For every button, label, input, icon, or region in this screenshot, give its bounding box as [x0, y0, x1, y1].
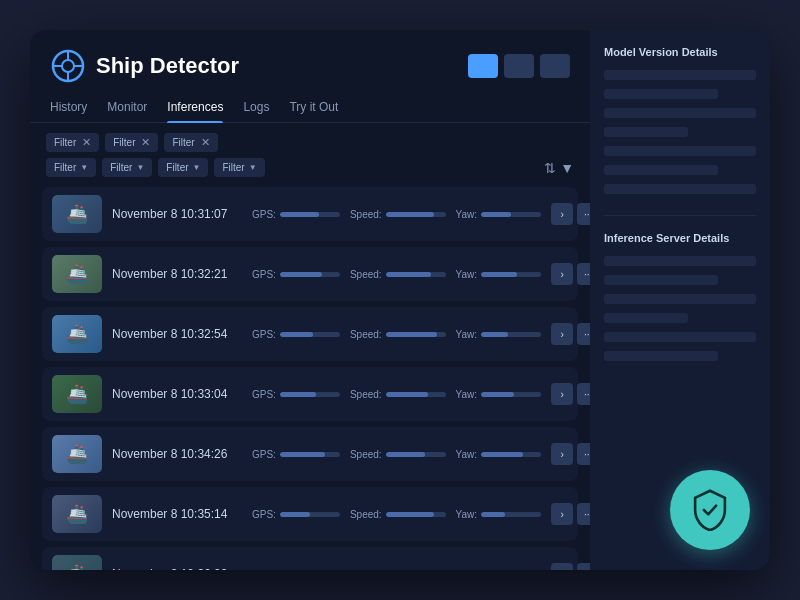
expand-button[interactable]: › — [551, 203, 573, 225]
ship-image-2: 🚢 — [52, 255, 102, 293]
header-btn-primary[interactable] — [468, 54, 498, 78]
sort-button[interactable]: ⇅ ▼ — [544, 160, 574, 176]
filters-area: Filter ✕ Filter ✕ Filter ✕ Filter ▼ — [30, 123, 590, 187]
gps-label: GPS: — [252, 389, 276, 400]
filter-tag-2[interactable]: Filter ✕ — [105, 133, 158, 152]
panel-divider — [604, 215, 756, 216]
speed-fill — [386, 452, 425, 457]
metric-gps: GPS: — [252, 269, 340, 280]
chevron-down-icon-4: ▼ — [249, 163, 257, 172]
gps-label: GPS: — [252, 329, 276, 340]
more-options-button[interactable]: ··· — [577, 443, 590, 465]
speed-label: Speed: — [350, 449, 382, 460]
expand-button[interactable]: › — [551, 443, 573, 465]
gps-bar — [280, 392, 340, 397]
gps-label: GPS: — [252, 569, 276, 571]
table-row[interactable]: 🚢 November 8 10:33:04 GPS: Speed: Yaw: — [42, 367, 578, 421]
row-thumbnail: 🚢 — [52, 435, 102, 473]
tab-logs[interactable]: Logs — [243, 94, 269, 122]
speed-fill — [386, 332, 437, 337]
ship-image-6: 🚢 — [52, 495, 102, 533]
row-thumbnail: 🚢 — [52, 375, 102, 413]
table-row[interactable]: 🚢 November 8 10:36:02 GPS: Speed: Yaw: — [42, 547, 578, 570]
speed-label: Speed: — [350, 389, 382, 400]
row-actions: › ··· — [551, 323, 590, 345]
more-options-button[interactable]: ··· — [577, 383, 590, 405]
metric-gps: GPS: — [252, 569, 340, 571]
metric-gps: GPS: — [252, 389, 340, 400]
table-row[interactable]: 🚢 November 8 10:34:26 GPS: Speed: Yaw: — [42, 427, 578, 481]
metric-yaw: Yaw: — [456, 449, 542, 460]
model-detail-row-2 — [604, 89, 718, 99]
tab-inferences[interactable]: Inferences — [167, 94, 223, 122]
filter-dropdown-3[interactable]: Filter ▼ — [158, 158, 208, 177]
yaw-fill — [481, 452, 523, 457]
yaw-fill — [481, 212, 511, 217]
metric-gps: GPS: — [252, 209, 340, 220]
ship-image-5: 🚢 — [52, 435, 102, 473]
model-detail-row-5 — [604, 146, 756, 156]
yaw-fill — [481, 272, 517, 277]
filter-tag-3[interactable]: Filter ✕ — [164, 133, 217, 152]
filter-tag-2-remove[interactable]: ✕ — [141, 136, 150, 149]
gps-fill — [280, 212, 319, 217]
filter-tag-1[interactable]: Filter ✕ — [46, 133, 99, 152]
header-btn-secondary[interactable] — [504, 54, 534, 78]
metric-yaw: Yaw: — [456, 329, 542, 340]
expand-button[interactable]: › — [551, 323, 573, 345]
metric-gps: GPS: — [252, 509, 340, 520]
model-detail-row-3 — [604, 108, 756, 118]
model-version-title: Model Version Details — [604, 46, 756, 58]
expand-button[interactable]: › — [551, 263, 573, 285]
tab-try-it-out[interactable]: Try it Out — [289, 94, 338, 122]
row-metrics: GPS: Speed: Yaw: — [252, 569, 541, 571]
filter-tag-3-remove[interactable]: ✕ — [201, 136, 210, 149]
speed-label: Speed: — [350, 329, 382, 340]
filter-tag-2-label: Filter — [113, 137, 135, 148]
header-left: Ship Detector — [50, 48, 239, 84]
more-options-button[interactable]: ··· — [577, 323, 590, 345]
left-panel: Ship Detector History Monitor Inferences… — [30, 30, 590, 570]
filter-tag-1-remove[interactable]: ✕ — [82, 136, 91, 149]
expand-button[interactable]: › — [551, 563, 573, 570]
metric-yaw: Yaw: — [456, 209, 542, 220]
yaw-label: Yaw: — [456, 269, 478, 280]
speed-bar — [386, 212, 446, 217]
metric-speed: Speed: — [350, 509, 446, 520]
chevron-down-icon-sort: ▼ — [560, 160, 574, 176]
tab-history[interactable]: History — [50, 94, 87, 122]
inference-detail-row-5 — [604, 332, 756, 342]
row-timestamp: November 8 10:32:21 — [112, 267, 242, 281]
filter-dropdown-2[interactable]: Filter ▼ — [102, 158, 152, 177]
metric-yaw: Yaw: — [456, 569, 542, 571]
yaw-label: Yaw: — [456, 509, 478, 520]
inference-detail-row-2 — [604, 275, 718, 285]
header-btn-tertiary[interactable] — [540, 54, 570, 78]
filter-dropdown-4[interactable]: Filter ▼ — [214, 158, 264, 177]
table-row[interactable]: 🚢 November 8 10:35:14 GPS: Speed: Yaw: — [42, 487, 578, 541]
table-row[interactable]: 🚢 November 8 10:32:21 GPS: Speed: Yaw: — [42, 247, 578, 301]
more-options-button[interactable]: ··· — [577, 563, 590, 570]
inference-detail-row-1 — [604, 256, 756, 266]
filter-dropdown-1[interactable]: Filter ▼ — [46, 158, 96, 177]
speed-bar — [386, 332, 446, 337]
sort-icon: ⇅ — [544, 160, 556, 176]
expand-button[interactable]: › — [551, 383, 573, 405]
inference-table: 🚢 November 8 10:31:07 GPS: Speed: Yaw: — [30, 187, 590, 570]
row-metrics: GPS: Speed: Yaw: — [252, 209, 541, 220]
model-detail-row-4 — [604, 127, 688, 137]
row-actions: › ··· — [551, 203, 590, 225]
security-badge — [670, 470, 750, 550]
speed-label: Speed: — [350, 569, 382, 571]
tab-monitor[interactable]: Monitor — [107, 94, 147, 122]
table-row[interactable]: 🚢 November 8 10:31:07 GPS: Speed: Yaw: — [42, 187, 578, 241]
more-options-button[interactable]: ··· — [577, 203, 590, 225]
row-metrics: GPS: Speed: Yaw: — [252, 329, 541, 340]
row-timestamp: November 8 10:31:07 — [112, 207, 242, 221]
ship-image-1: 🚢 — [52, 195, 102, 233]
more-options-button[interactable]: ··· — [577, 263, 590, 285]
expand-button[interactable]: › — [551, 503, 573, 525]
table-row[interactable]: 🚢 November 8 10:32:54 GPS: Speed: Yaw: — [42, 307, 578, 361]
more-options-button[interactable]: ··· — [577, 503, 590, 525]
inference-detail-row-3 — [604, 294, 756, 304]
